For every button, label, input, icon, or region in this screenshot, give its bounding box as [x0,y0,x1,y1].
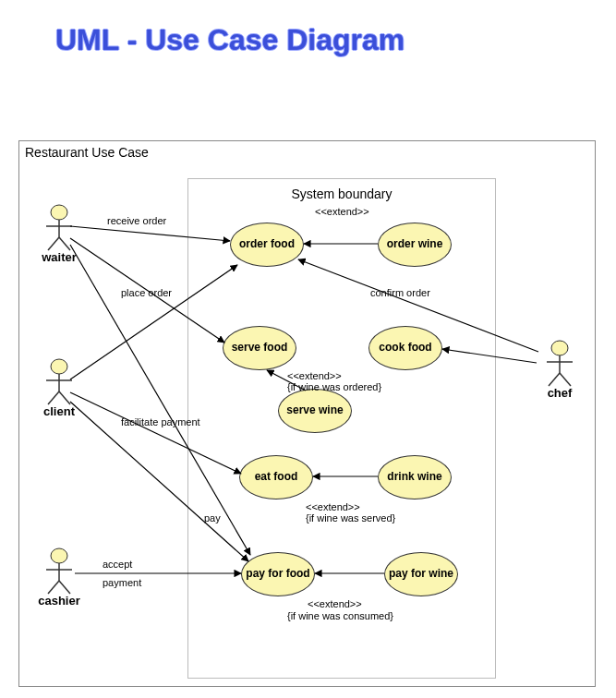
actor-icon [42,548,76,596]
label-receive-order: receive order [107,215,166,226]
actor-icon [42,204,76,252]
usecase-serve-food: serve food [223,326,296,370]
label-if-ordered: {if wine was ordered} [287,381,381,392]
actor-label: chef [537,386,583,400]
svg-line-19 [560,373,571,386]
svg-line-4 [59,237,70,250]
frame-label: Restaurant Use Case [25,145,149,160]
actor-client: client [36,358,82,418]
usecase-serve-wine: serve wine [278,389,352,433]
usecase-drink-wine: drink wine [378,455,452,499]
svg-line-14 [59,581,70,594]
actor-label: cashier [36,594,82,608]
label-payment: payment [103,577,141,588]
label-place-order: place order [121,287,172,298]
actor-cashier: cashier [36,548,82,608]
label-facilitate-payment: facilitate payment [121,416,200,427]
svg-line-8 [48,391,59,404]
diagram-frame: Restaurant Use Case System boundary wait… [18,140,596,687]
svg-line-13 [48,581,59,594]
actor-icon [42,358,76,406]
usecase-pay-for-food: pay for food [241,552,315,596]
label-extend-3: <<extend>> [306,501,360,512]
svg-point-0 [51,205,67,220]
label-extend-2: <<extend>> [287,370,342,381]
actor-chef: chef [537,340,583,400]
usecase-pay-for-wine: pay for wine [384,552,458,596]
svg-point-15 [551,341,568,355]
page-title: UML - Use Case Diagram [55,23,405,57]
label-extend-1: <<extend>> [315,206,369,217]
svg-line-9 [59,391,70,404]
system-boundary-label: System boundary [188,187,495,201]
actor-label: client [36,404,82,418]
label-if-served: {if wine was served} [306,512,395,524]
svg-line-18 [549,373,560,386]
label-confirm-order: confirm order [370,287,430,298]
label-if-consumed: {if wine was consumed} [287,610,393,621]
usecase-order-food: order food [230,223,304,267]
usecase-cook-food: cook food [368,326,442,370]
actor-label: waiter [36,250,82,264]
label-extend-4: <<extend>> [308,598,362,609]
svg-point-10 [51,548,67,563]
svg-line-3 [48,237,59,250]
usecase-order-wine: order wine [378,223,452,267]
label-pay: pay [204,512,221,524]
usecase-eat-food: eat food [239,455,313,499]
actor-waiter: waiter [36,204,82,264]
label-accept: accept [103,559,132,570]
actor-icon [543,340,576,388]
svg-point-5 [51,359,67,374]
